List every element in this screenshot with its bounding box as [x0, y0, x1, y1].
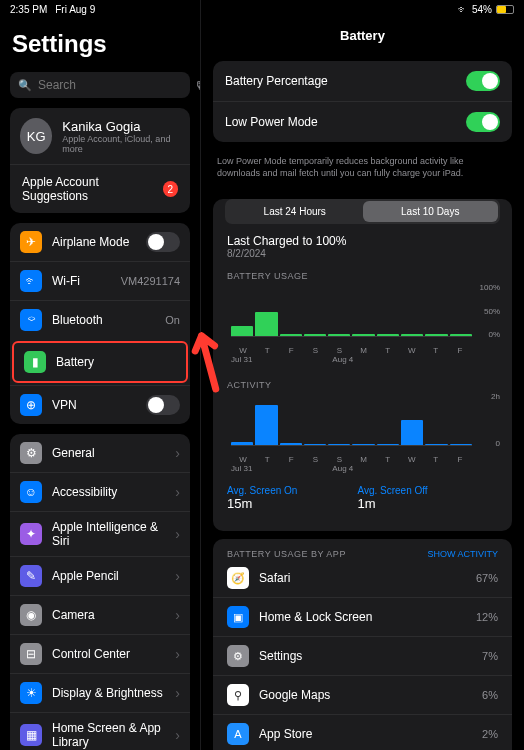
sidebar-item-general[interactable]: ⚙︎General›	[10, 434, 190, 472]
segment-24h[interactable]: Last 24 Hours	[227, 201, 363, 222]
account-row[interactable]: KG Kanika Gogia Apple Account, iCloud, a…	[10, 108, 190, 164]
item-icon: ◉	[20, 604, 42, 626]
item-label: Airplane Mode	[52, 235, 136, 249]
item-icon: ✎	[20, 565, 42, 587]
chart-date-right-2: Aug 4	[332, 464, 353, 473]
app-icon: ⚲	[227, 684, 249, 706]
app-pct: 2%	[482, 728, 498, 740]
chart-date-left: Jul 31	[231, 355, 252, 364]
account-name: Kanika Gogia	[62, 119, 180, 134]
sidebar-item-display-brightness[interactable]: ☀Display & Brightness›	[10, 673, 190, 712]
segment-10d[interactable]: Last 10 Days	[363, 201, 499, 222]
activity-chart[interactable]: 2h 0 WTFSSMTWTF	[225, 394, 500, 464]
app-row-app-store[interactable]: AApp Store2%	[213, 714, 512, 750]
chevron-right-icon: ›	[175, 646, 180, 662]
sidebar-item-vpn[interactable]: ⊕VPN	[10, 385, 190, 424]
battery-icon	[496, 5, 514, 14]
status-battery-pct: 54%	[472, 4, 492, 15]
sidebar-item-apple-pencil[interactable]: ✎Apple Pencil›	[10, 556, 190, 595]
item-icon: ᯤ	[20, 270, 42, 292]
app-icon: ▣	[227, 606, 249, 628]
toggle-label: Battery Percentage	[225, 74, 328, 88]
toggle[interactable]	[146, 395, 180, 415]
search-field[interactable]	[38, 78, 188, 92]
chart-bar	[425, 444, 447, 445]
account-suggestions[interactable]: Apple Account Suggestions 2	[10, 164, 190, 213]
suggestion-label: Apple Account Suggestions	[22, 175, 163, 203]
battery-usage-chart[interactable]: 100% 50% 0% WTFSSMTWTF	[225, 285, 500, 355]
toggle[interactable]	[466, 112, 500, 132]
sidebar-item-control-center[interactable]: ⊟Control Center›	[10, 634, 190, 673]
app-row-home-lock-screen[interactable]: ▣Home & Lock Screen12%	[213, 597, 512, 636]
sidebar-item-accessibility[interactable]: ☺Accessibility›	[10, 472, 190, 511]
item-value: VM4291174	[121, 275, 180, 287]
app-icon: ⚙︎	[227, 645, 249, 667]
chart-bar	[450, 334, 472, 336]
sidebar-item-home-screen-app-library[interactable]: ▦Home Screen & App Library›	[10, 712, 190, 750]
toggle-row-battery-percentage[interactable]: Battery Percentage	[213, 61, 512, 101]
app-icon: A	[227, 723, 249, 745]
chevron-right-icon: ›	[175, 445, 180, 461]
app-row-safari[interactable]: 🧭Safari67%	[213, 559, 512, 597]
sidebar-item-airplane-mode[interactable]: ✈︎Airplane Mode	[10, 223, 190, 261]
item-label: Bluetooth	[52, 313, 155, 327]
battery-usage-label: BATTERY USAGE	[213, 261, 512, 285]
toggle-row-low-power-mode[interactable]: Low Power Mode	[213, 101, 512, 142]
chart-bar	[280, 334, 302, 336]
last-charge-date: 8/2/2024	[227, 248, 498, 259]
item-label: Apple Intelligence & Siri	[52, 520, 165, 548]
sidebar-item-apple-intelligence-siri[interactable]: ✦Apple Intelligence & Siri›	[10, 511, 190, 556]
time-segment[interactable]: Last 24 Hours Last 10 Days	[225, 199, 500, 224]
sidebar-item-wi-fi[interactable]: ᯤWi-FiVM4291174	[10, 261, 190, 300]
item-icon: ⊕	[20, 394, 42, 416]
item-label: Accessibility	[52, 485, 165, 499]
app-name: App Store	[259, 727, 472, 741]
chart-bar	[328, 334, 350, 336]
search-input[interactable]: 🔍 🎙︎	[10, 72, 190, 98]
item-label: Display & Brightness	[52, 686, 165, 700]
item-icon: ☺	[20, 481, 42, 503]
app-pct: 67%	[476, 572, 498, 584]
chart-bar	[328, 444, 350, 445]
account-sub: Apple Account, iCloud, and more	[62, 134, 180, 154]
item-label: Apple Pencil	[52, 569, 165, 583]
chart-bar	[231, 442, 253, 445]
detail-title: Battery	[201, 22, 524, 53]
item-label: Camera	[52, 608, 165, 622]
app-pct: 7%	[482, 650, 498, 662]
chart-bar	[255, 312, 277, 336]
chevron-right-icon: ›	[175, 607, 180, 623]
toggle[interactable]	[146, 232, 180, 252]
app-name: Settings	[259, 649, 472, 663]
activity-label: ACTIVITY	[213, 370, 512, 394]
sidebar-item-battery[interactable]: ▮Battery	[12, 341, 188, 383]
toggle[interactable]	[466, 71, 500, 91]
app-row-settings[interactable]: ⚙︎Settings7%	[213, 636, 512, 675]
sidebar-item-camera[interactable]: ◉Camera›	[10, 595, 190, 634]
chevron-right-icon: ›	[175, 526, 180, 542]
chart-bar	[377, 334, 399, 336]
app-name: Safari	[259, 571, 466, 585]
item-icon: ⚙︎	[20, 442, 42, 464]
avg-screen-off: Avg. Screen Off 1m	[357, 485, 427, 511]
last-charge-title: Last Charged to 100%	[227, 234, 498, 248]
apps-header-title: BATTERY USAGE BY APP	[227, 549, 346, 559]
app-row-google-maps[interactable]: ⚲Google Maps6%	[213, 675, 512, 714]
sidebar-item-bluetooth[interactable]: ⌔BluetoothOn	[10, 300, 190, 339]
chevron-right-icon: ›	[175, 484, 180, 500]
show-activity-button[interactable]: SHOW ACTIVITY	[427, 549, 498, 559]
app-pct: 12%	[476, 611, 498, 623]
detail-panel: Battery Battery PercentageLow Power Mode…	[200, 0, 524, 750]
item-icon: ▦	[20, 724, 42, 746]
chevron-right-icon: ›	[175, 727, 180, 743]
chart-bar	[280, 443, 302, 446]
wifi-icon: ᯤ	[458, 4, 468, 15]
item-icon: ⌔	[20, 309, 42, 331]
item-icon: ✈︎	[20, 231, 42, 253]
item-icon: ⊟	[20, 643, 42, 665]
chart-bar	[401, 334, 423, 336]
chart-date-left-2: Jul 31	[231, 464, 252, 473]
status-date: Fri Aug 9	[55, 4, 95, 15]
status-time: 2:35 PM	[10, 4, 47, 15]
chart-bar	[255, 405, 277, 446]
